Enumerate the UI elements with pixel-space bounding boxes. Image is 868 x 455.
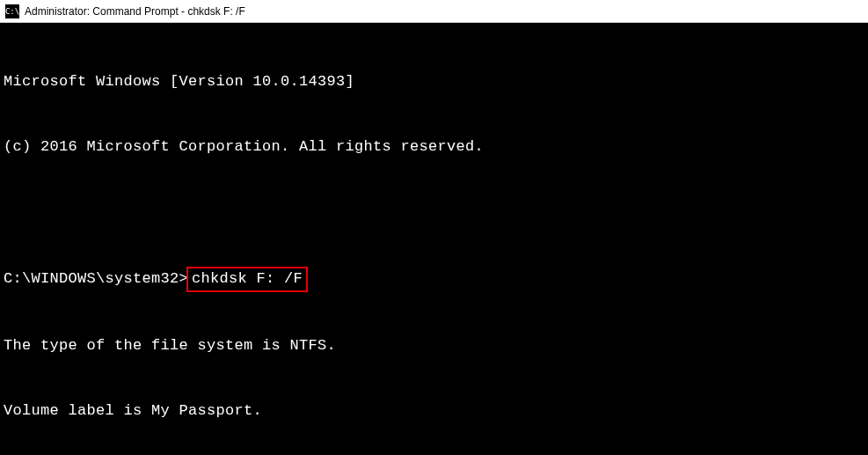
volume-label-line: Volume label is My Passport. bbox=[4, 400, 864, 422]
command-highlight: chkdsk F: /F bbox=[186, 267, 308, 292]
command-prompt-line: C:\WINDOWS\system32>chkdsk F: /F bbox=[4, 267, 864, 292]
titlebar[interactable]: C:\ Administrator: Command Prompt - chkd… bbox=[0, 0, 868, 23]
command-prompt-icon: C:\ bbox=[5, 4, 19, 18]
window-title: Administrator: Command Prompt - chkdsk F… bbox=[25, 5, 245, 18]
os-version-line: Microsoft Windows [Version 10.0.14393] bbox=[4, 71, 864, 93]
terminal-output[interactable]: Microsoft Windows [Version 10.0.14393] (… bbox=[0, 23, 868, 455]
prompt-path: C:\WINDOWS\system32> bbox=[4, 268, 188, 290]
filesystem-type-line: The type of the file system is NTFS. bbox=[4, 335, 864, 357]
blank-line bbox=[4, 202, 864, 224]
command-prompt-window: C:\ Administrator: Command Prompt - chkd… bbox=[0, 0, 868, 455]
copyright-line: (c) 2016 Microsoft Corporation. All righ… bbox=[4, 136, 864, 158]
